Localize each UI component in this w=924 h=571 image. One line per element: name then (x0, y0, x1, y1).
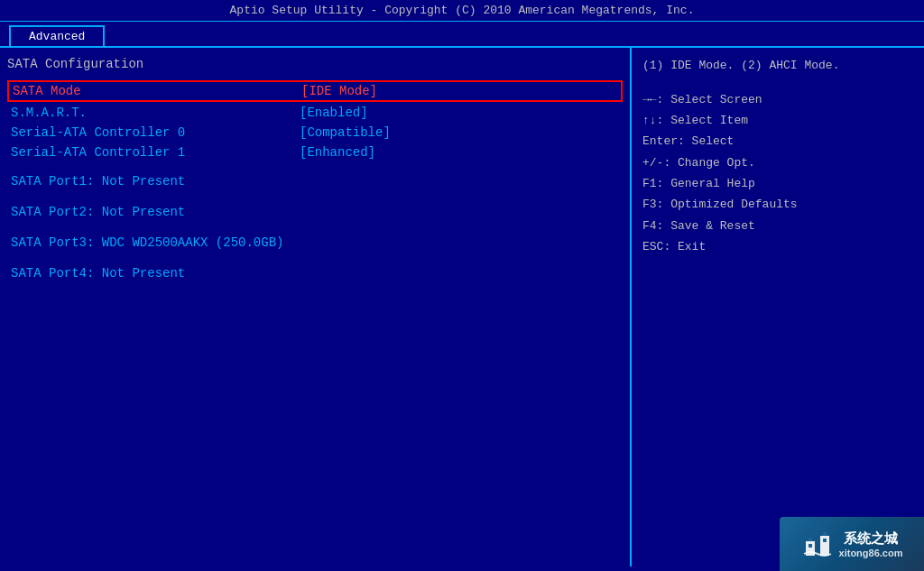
right-panel: (1) IDE Mode. (2) AHCI Mode. →←: Select … (632, 48, 924, 566)
watermark-inner: 系统之城 xitong86.com (801, 528, 903, 560)
key-f1: F1: General Help (642, 173, 913, 194)
watermark-icon (802, 529, 833, 559)
menu-item-sata-ctrl1[interactable]: Serial-ATA Controller 1 [Enhanced] (7, 143, 623, 161)
title-bar: Aptio Setup Utility - Copyright (C) 2010… (0, 0, 924, 22)
svg-rect-2 (808, 538, 812, 541)
menu-item-sata-mode[interactable]: SATA Mode [IDE Mode] (7, 80, 623, 102)
sata-mode-value: [IDE Mode] (301, 84, 377, 98)
menu-item-sata-ctrl0[interactable]: Serial-ATA Controller 0 [Compatible] (7, 124, 623, 142)
left-panel: SATA Configuration SATA Mode [IDE Mode] … (0, 48, 632, 566)
title-text: Aptio Setup Utility - Copyright (C) 2010… (230, 4, 695, 17)
divider3 (7, 225, 623, 232)
help-text: (1) IDE Mode. (2) AHCI Mode. (642, 57, 913, 75)
divider1 (7, 163, 623, 170)
section-title: SATA Configuration (7, 57, 623, 71)
key-esc: ESC: Exit (642, 236, 913, 257)
watermark-text-area: 系统之城 xitong86.com (839, 530, 903, 558)
smart-label: S.M.A.R.T. (11, 106, 300, 120)
divider4 (7, 255, 623, 262)
main-layout: SATA Configuration SATA Mode [IDE Mode] … (0, 48, 924, 566)
sata-port3: SATA Port3: WDC WD2500AAKX (250.0GB) (7, 232, 623, 253)
key-change-opt: +/-: Change Opt. (642, 152, 913, 173)
key-f3: F3: Optimized Defaults (642, 194, 913, 215)
tab-advanced-label: Advanced (29, 30, 85, 43)
sata-port4: SATA Port4: Not Present (7, 262, 623, 284)
svg-rect-3 (823, 532, 827, 536)
watermark-line2: xitong86.com (839, 548, 903, 558)
svg-rect-0 (806, 541, 815, 556)
key-help: →←: Select Screen ↑↓: Select Item Enter:… (642, 89, 913, 258)
key-enter: Enter: Select (642, 131, 913, 152)
key-select-item: ↑↓: Select Item (642, 110, 913, 131)
sata-mode-label: SATA Mode (13, 84, 301, 98)
menu-item-smart[interactable]: S.M.A.R.T. [Enabled] (7, 104, 623, 122)
key-select-screen: →←: Select Screen (642, 89, 913, 110)
svg-rect-5 (808, 544, 812, 548)
sata-ctrl1-label: Serial-ATA Controller 1 (11, 145, 300, 160)
smart-value: [Enabled] (300, 106, 368, 120)
key-f4: F4: Save & Reset (642, 216, 913, 236)
watermark-icon-area (801, 528, 834, 560)
sata-port1: SATA Port1: Not Present (7, 170, 623, 192)
watermark: 系统之城 xitong86.com (780, 517, 924, 571)
tab-advanced[interactable]: Advanced (9, 25, 105, 46)
sata-ctrl1-value: [Enhanced] (300, 145, 375, 160)
sata-port2: SATA Port2: Not Present (7, 201, 623, 223)
svg-rect-4 (823, 539, 827, 542)
sata-ctrl0-label: Serial-ATA Controller 0 (11, 125, 300, 140)
sata-ctrl0-value: [Compatible] (300, 125, 391, 140)
divider2 (7, 194, 623, 201)
tab-row: Advanced (0, 22, 924, 48)
watermark-line1: 系统之城 (839, 530, 903, 548)
